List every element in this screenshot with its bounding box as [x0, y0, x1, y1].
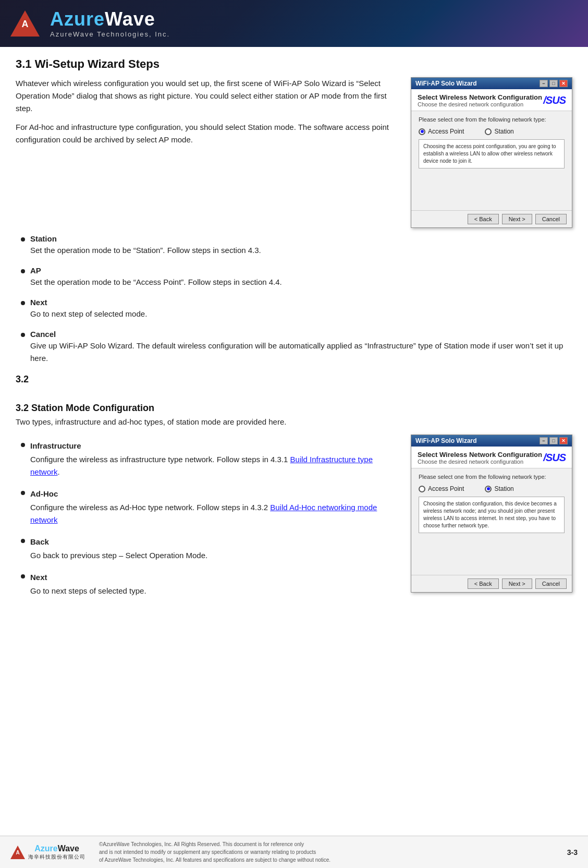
- wizard2-minimize-button[interactable]: −: [540, 437, 548, 444]
- wizard2-cancel-button[interactable]: Cancel: [535, 578, 567, 589]
- footer-logo-brand: AzureWave: [34, 844, 79, 853]
- wizard2-next-button[interactable]: Next >: [502, 578, 532, 589]
- bullet-infrastructure-desc-text: Configure the wireless as infrastructure…: [30, 455, 290, 464]
- wizard1-radio-ap[interactable]: Access Point: [419, 128, 464, 135]
- header-logo: AzureWave AzureWave Technologies, Inc.: [50, 9, 170, 39]
- wizard1-screenshot: WiFi-AP Solo Wizard − □ ✕ Select Wireles…: [411, 77, 572, 228]
- footer-page-number: 3-3: [562, 848, 578, 857]
- logo-wave: Wave: [105, 8, 155, 30]
- wizard2-radio-station[interactable]: Station: [485, 485, 513, 492]
- wizard1-radio-station[interactable]: Station: [485, 128, 513, 135]
- bullet-infrastructure-content: Infrastructure Configure the wireless as…: [30, 440, 400, 478]
- bullet-next32-title: Next: [30, 571, 400, 584]
- footer-wave: Wave: [58, 844, 79, 853]
- bullet-cancel31-title: Cancel: [30, 330, 572, 339]
- bullet-ap-desc: Set the operation mode to be “Access Poi…: [30, 276, 572, 288]
- section32-bullet-list: Infrastructure Configure the wireless as…: [21, 440, 400, 597]
- bullet-back32-desc: Go back to previous step – Select Operat…: [30, 549, 400, 562]
- wizard2-maximize-button[interactable]: □: [549, 437, 558, 444]
- bullet-next32-desc: Go to next steps of selected type.: [30, 585, 400, 597]
- wizard2-radio-station-circle: [485, 486, 492, 492]
- section31-heading: 3.1 Wi-Setup Wizard Steps: [16, 57, 572, 71]
- wizard2-body: Please select one from the following net…: [411, 468, 572, 575]
- wizard2-title: WiFi-AP Solo Wizard: [415, 437, 477, 444]
- wizard1-maximize-button[interactable]: □: [549, 80, 558, 87]
- bullet-next31-content: Next Go to next step of selected mode.: [30, 298, 572, 320]
- bullet-infrastructure-desc: Configure the wireless as infrastructure…: [30, 453, 400, 478]
- footer-line3: of AzureWave Technologies, Inc. All feat…: [99, 857, 330, 863]
- bullet-cancel31: Cancel Give up WiFi-AP Solo Wizard. The …: [21, 330, 572, 365]
- page-header: A AzureWave AzureWave Technologies, Inc.: [0, 0, 588, 47]
- bullet-station-title: Station: [30, 234, 572, 243]
- wizard1-header-sub: Choose the desired network configuration: [418, 101, 542, 107]
- bullet-dot-back32: [21, 539, 25, 543]
- section32-title: Station Mode Configuration: [29, 403, 154, 413]
- asus-logo-2: /SUS: [543, 452, 566, 464]
- wizard2-body-label: Please select one from the following net…: [419, 474, 565, 480]
- bullet-next32: Next Go to next steps of selected type.: [21, 571, 400, 597]
- infrastructure-link-after: .: [58, 467, 60, 476]
- bullet-dot-ap: [21, 269, 25, 273]
- wizard1-cancel-button[interactable]: Cancel: [535, 214, 567, 224]
- bullet-adhoc-content: Ad-Hoc Configure the wireless as Ad-Hoc …: [30, 488, 400, 526]
- bullet-infrastructure: Infrastructure Configure the wireless as…: [21, 440, 400, 478]
- wizard1-titlebar-buttons: − □ ✕: [540, 80, 568, 87]
- wizard1-radio-station-circle: [485, 128, 492, 135]
- bullet-back32-content: Back Go back to previous step – Select O…: [30, 536, 400, 562]
- wizard1-spacer: [419, 174, 565, 205]
- wizard2-header-title: Select Wireless Network Configuration: [418, 451, 542, 459]
- wizard2-back-button[interactable]: < Back: [468, 578, 499, 589]
- bullet-station: Station Set the operation mode to be “St…: [21, 234, 572, 257]
- wizard1-body-label: Please select one from the following net…: [419, 116, 565, 123]
- bullet-cancel31-desc: Give up WiFi-AP Solo Wizard. The default…: [30, 340, 572, 365]
- bullet-infrastructure-title: Infrastructure: [30, 440, 400, 452]
- section32-divider: 3.2: [16, 374, 572, 385]
- bullet-dot-station: [21, 237, 25, 242]
- wizard2-radio-ap[interactable]: Access Point: [419, 485, 464, 492]
- bullet-back32-title: Back: [30, 536, 400, 548]
- bullet-ap: AP Set the operation mode to be “Access …: [21, 266, 572, 288]
- bullet-ap-content: AP Set the operation mode to be “Access …: [30, 266, 572, 288]
- bullet-adhoc: Ad-Hoc Configure the wireless as Ad-Hoc …: [21, 488, 400, 526]
- bullet-next32-content: Next Go to next steps of selected type.: [30, 571, 400, 597]
- bullet-ap-title: AP: [30, 266, 572, 275]
- bullet-dot-adhoc: [21, 491, 25, 495]
- bullet-next31-desc: Go to next step of selected mode.: [30, 308, 572, 320]
- bullet-station-content: Station Set the operation mode to be “St…: [30, 234, 572, 257]
- section31-intro-text: Whatever which wireless configuration yo…: [16, 77, 400, 228]
- wizard2-spacer: [419, 538, 565, 570]
- bullet-dot-next32: [21, 574, 25, 578]
- wizard1-header-title: Select Wireless Network Configuration: [418, 93, 542, 101]
- page-footer: A AzureWave 海辛科技股份有限公司 ©AzureWave Techno…: [0, 836, 588, 868]
- wizard1-header-text: Select Wireless Network Configuration Ch…: [418, 93, 542, 107]
- wizard2-footer: < Back Next > Cancel: [411, 575, 572, 592]
- footer-copyright: ©AzureWave Technologies, Inc. All Rights…: [99, 840, 554, 864]
- bullet-dot-infrastructure: [21, 443, 25, 447]
- wizard2-radio-row: Access Point Station: [419, 485, 565, 492]
- section31-para1: Whatever which wireless configuration yo…: [16, 77, 400, 115]
- section31-number: 3.1: [16, 57, 32, 70]
- section32-intro: Two types, infrastructure and ad-hoc typ…: [16, 416, 572, 428]
- bullet-next31-title: Next: [30, 298, 572, 307]
- wizard2-close-button[interactable]: ✕: [559, 437, 568, 444]
- footer-azure: Azure: [34, 844, 57, 853]
- section31-title: Wi-Setup Wizard Steps: [32, 57, 160, 70]
- bullet-dot-next31: [21, 301, 25, 305]
- footer-logo: AzureWave 海辛科技股份有限公司: [28, 844, 85, 861]
- wizard1-title: WiFi-AP Solo Wizard: [415, 80, 477, 87]
- section32-number: 3.2: [16, 403, 29, 413]
- wizard1-radio-row: Access Point Station: [419, 128, 565, 135]
- section31-bullet-list: Station Set the operation mode to be “St…: [21, 234, 572, 365]
- wizard2-radio-station-label: Station: [494, 485, 513, 492]
- wizard1-close-button[interactable]: ✕: [559, 80, 568, 87]
- wizard1-back-button[interactable]: < Back: [468, 214, 499, 224]
- wizard1-minimize-button[interactable]: −: [540, 80, 548, 87]
- wizard1-radio-ap-circle: [419, 128, 425, 135]
- wizard1-next-button[interactable]: Next >: [502, 214, 532, 224]
- logo-brand: AzureWave: [50, 9, 155, 30]
- wizard1-window: WiFi-AP Solo Wizard − □ ✕ Select Wireles…: [411, 77, 572, 228]
- section32-heading: 3.2 Station Mode Configuration: [16, 403, 572, 414]
- main-content: 3.1 Wi-Setup Wizard Steps Whatever which…: [0, 47, 588, 400]
- footer-logo-sub: 海辛科技股份有限公司: [28, 853, 85, 861]
- bullet-adhoc-title: Ad-Hoc: [30, 488, 400, 500]
